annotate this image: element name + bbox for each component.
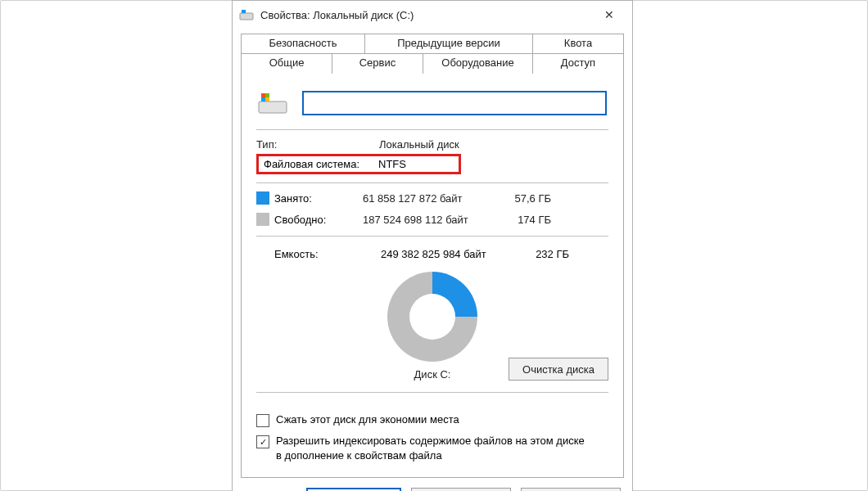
filesystem-label: Файловая система:: [264, 158, 372, 170]
tab-sharing[interactable]: Доступ: [533, 53, 624, 74]
ok-button[interactable]: OK: [306, 488, 401, 491]
filesystem-highlight: Файловая система: NTFS: [256, 154, 461, 174]
tab-row-bottom: Общие Сервис Оборудование Доступ: [241, 53, 624, 74]
properties-dialog: Свойства: Локальный диск (C:) ✕ Безопасн…: [232, 0, 633, 491]
svg-rect-2: [259, 101, 287, 113]
svg-rect-4: [261, 93, 265, 97]
index-checkbox[interactable]: ✓: [256, 435, 269, 448]
tab-security[interactable]: Безопасность: [241, 34, 365, 54]
disk-cleanup-button[interactable]: Очистка диска: [509, 358, 608, 381]
svg-rect-5: [265, 93, 269, 97]
free-swatch: [256, 213, 269, 226]
svg-rect-6: [261, 97, 265, 101]
type-value: Локальный диск: [379, 138, 608, 151]
tab-row-top: Безопасность Предыдущие версии Квота: [241, 34, 624, 54]
used-label: Занято:: [274, 192, 363, 205]
used-swatch: [256, 191, 269, 205]
drive-icon: [239, 7, 254, 22]
apply-button[interactable]: Применить: [521, 488, 621, 491]
used-gb: 57,6 ГБ: [486, 192, 551, 205]
svg-rect-1: [242, 10, 246, 13]
divider: [256, 182, 608, 183]
drive-large-icon: [258, 90, 287, 116]
dialog-button-bar: OK Отмена Применить: [233, 478, 632, 491]
compress-checkbox[interactable]: [256, 414, 269, 427]
disk-caption: Диск C:: [414, 368, 451, 381]
capacity-bytes: 249 382 825 984 байт: [381, 248, 504, 260]
svg-rect-7: [265, 97, 269, 101]
tab-quota[interactable]: Квота: [533, 34, 624, 54]
usage-pie-chart: [387, 272, 477, 362]
tab-previous-versions[interactable]: Предыдущие версии: [365, 34, 533, 54]
compress-label: Сжать этот диск для экономии места: [276, 412, 459, 427]
close-button[interactable]: ✕: [593, 3, 626, 26]
capacity-label: Емкость:: [274, 248, 381, 260]
used-bytes: 61 858 127 872 байт: [363, 192, 486, 205]
tab-general[interactable]: Общие: [241, 53, 332, 74]
cancel-button[interactable]: Отмена: [411, 488, 511, 491]
window-title: Свойства: Локальный диск (C:): [260, 9, 593, 21]
free-bytes: 187 524 698 112 байт: [363, 214, 486, 226]
type-label: Тип:: [256, 138, 379, 151]
filesystem-value: NTFS: [378, 158, 406, 170]
drive-name-input[interactable]: [302, 91, 607, 115]
capacity-gb: 232 ГБ: [504, 248, 569, 260]
titlebar[interactable]: Свойства: Локальный диск (C:) ✕: [233, 1, 632, 29]
free-label: Свободно:: [274, 214, 363, 226]
divider: [256, 236, 608, 236]
tab-panel-general: Тип: Локальный диск Файловая система: NT…: [241, 73, 624, 478]
divider: [256, 392, 608, 393]
tab-hardware[interactable]: Оборудование: [423, 53, 533, 74]
free-gb: 174 ГБ: [486, 214, 551, 226]
index-label: Разрешить индексировать содержимое файло…: [276, 434, 587, 462]
divider: [256, 129, 608, 130]
tab-tools[interactable]: Сервис: [332, 53, 423, 74]
svg-rect-0: [240, 13, 253, 20]
